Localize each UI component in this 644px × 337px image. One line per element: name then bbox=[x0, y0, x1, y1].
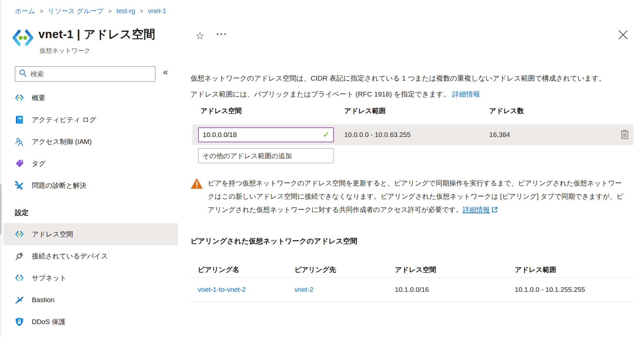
sidebar-item-label: DDoS 保護 bbox=[32, 317, 65, 326]
description-line1: 仮想ネットワークのアドレス空間は、CIDR 表記に指定されている 1 つまたは複… bbox=[190, 74, 606, 82]
sidebar-item-subnets[interactable]: サブネット bbox=[3, 267, 178, 289]
breadcrumb: ホーム>リソース グループ>test-rg>vnet-1 bbox=[15, 7, 166, 16]
virtual-network-icon bbox=[12, 29, 34, 48]
address-space-description: 仮想ネットワークのアドレス空間は、CIDR 表記に指定されている 1 つまたは複… bbox=[190, 70, 627, 102]
sidebar-item-ddos[interactable]: DDoS 保護 bbox=[3, 311, 178, 333]
peered-section-title: ピアリングされた仮想ネットワークのアドレス空間 bbox=[190, 236, 357, 246]
description-line2: アドレス範囲には、パブリックまたはプライベート (RFC 1918) を指定でき… bbox=[190, 90, 450, 98]
column-header-address-range: アドレス範囲 bbox=[344, 106, 489, 115]
sidebar-item-label: 接続されているデバイス bbox=[32, 251, 108, 261]
peered-address-range-value: 10.1.0.0 - 10.1.255.255 bbox=[515, 286, 633, 294]
address-count-value: 16,384 bbox=[489, 131, 594, 139]
sidebar-menu: 概要 アクティビティ ログ アクセス制御 (IAM) タグ 問題の診断と解決 設… bbox=[3, 87, 178, 333]
address-range-value: 10.0.0.0 - 10.0.63.255 bbox=[344, 131, 489, 139]
warning-text: ピアを持つ仮想ネットワークのアドレス空間を更新すると、ピアリングで同期操作を実行… bbox=[208, 176, 625, 216]
warning-message: ピアを持つ仮想ネットワークのアドレス空間を更新すると、ピアリングで同期操作を実行… bbox=[208, 179, 623, 213]
address-table-header: アドレス空間 アドレス範囲 アドレス数 bbox=[192, 106, 633, 115]
peered-table-header: ピアリング名 ピアリング先 アドレス空間 アドレス範囲 bbox=[190, 262, 633, 277]
search-input[interactable] bbox=[30, 70, 152, 78]
bastion-icon bbox=[15, 296, 24, 304]
tag-icon bbox=[15, 159, 24, 168]
breadcrumb-resource-groups[interactable]: リソース グループ bbox=[48, 7, 103, 15]
diagnose-tools-icon bbox=[15, 181, 24, 190]
vnet-icon bbox=[15, 230, 24, 239]
vnet-icon bbox=[15, 94, 24, 102]
column-header-peer: ピアリング先 bbox=[295, 265, 395, 274]
sidebar-item-label: 概要 bbox=[32, 93, 45, 102]
learn-more-link[interactable]: 詳細情報 bbox=[452, 90, 480, 98]
column-header-address-space: アドレス空間 bbox=[192, 106, 344, 115]
sidebar-item-label: サブネット bbox=[32, 273, 67, 283]
breadcrumb-home[interactable]: ホーム bbox=[15, 7, 35, 15]
sidebar-item-label: アクティビティ ログ bbox=[32, 115, 96, 124]
subnet-icon bbox=[15, 274, 24, 283]
sidebar-item-connected-devices[interactable]: 接続されているデバイス bbox=[3, 245, 178, 267]
peering-name-link[interactable]: vnet-1-to-vnet-2 bbox=[198, 286, 295, 294]
column-header-address-space: アドレス空間 bbox=[395, 265, 515, 274]
activity-log-icon bbox=[15, 115, 24, 124]
ddos-shield-icon bbox=[15, 317, 24, 326]
sidebar-item-label: Bastion bbox=[32, 296, 54, 304]
left-scrollbar-track[interactable] bbox=[0, 0, 2, 337]
peered-table: ピアリング名 ピアリング先 アドレス空間 アドレス範囲 vnet-1-to-vn… bbox=[190, 262, 633, 302]
page-title: vnet-1 | アドレス空間 bbox=[38, 27, 155, 42]
delete-address-space-button[interactable] bbox=[620, 129, 629, 141]
favorite-star-icon[interactable]: ☆ bbox=[195, 30, 204, 41]
sidebar-item-label: 問題の診断と解決 bbox=[32, 181, 86, 190]
sidebar-item-address-space[interactable]: アドレス空間 bbox=[3, 223, 178, 245]
sidebar-item-label: アドレス空間 bbox=[32, 230, 73, 239]
sidebar-item-tags[interactable]: タグ bbox=[3, 153, 178, 174]
access-control-icon bbox=[15, 137, 24, 146]
breadcrumb-separator: > bbox=[40, 8, 43, 15]
warning-learn-more-link[interactable]: 詳細情報 bbox=[463, 206, 490, 213]
sidebar-item-label: タグ bbox=[32, 159, 46, 168]
sidebar-item-overview[interactable]: 概要 bbox=[3, 87, 178, 109]
column-header-address-range: アドレス範囲 bbox=[515, 265, 633, 274]
peering-warning: ピアを持つ仮想ネットワークのアドレス空間を更新すると、ピアリングで同期操作を実行… bbox=[190, 176, 625, 216]
column-header-address-count: アドレス数 bbox=[489, 106, 633, 115]
sidebar-item-access-control[interactable]: アクセス制御 (IAM) bbox=[3, 131, 178, 153]
sidebar-search[interactable] bbox=[15, 66, 155, 82]
collapse-sidebar-icon[interactable]: « bbox=[163, 67, 168, 77]
column-header-peering-name: ピアリング名 bbox=[198, 265, 295, 274]
search-icon bbox=[19, 69, 27, 79]
address-table-row: ✓ 10.0.0.0 - 10.0.63.255 16,384 bbox=[192, 124, 633, 145]
peered-address-space-value: 10.1.0.0/16 bbox=[395, 286, 515, 294]
sidebar-item-bastion[interactable]: Bastion bbox=[3, 289, 178, 311]
sidebar-item-activity-log[interactable]: アクティビティ ログ bbox=[3, 109, 178, 131]
more-options-icon[interactable]: … bbox=[215, 24, 228, 38]
address-space-input[interactable] bbox=[203, 131, 320, 139]
left-scrollbar-thumb[interactable] bbox=[0, 184, 2, 234]
trash-icon bbox=[620, 129, 629, 141]
sidebar-section-settings: 設定 bbox=[3, 202, 178, 223]
connected-devices-icon bbox=[15, 252, 24, 261]
valid-check-icon: ✓ bbox=[323, 130, 329, 139]
breadcrumb-test-rg[interactable]: test-rg bbox=[116, 7, 135, 15]
peered-table-row: vnet-1-to-vnet-2 vnet-2 10.1.0.0/16 10.1… bbox=[190, 277, 633, 302]
add-address-range-input[interactable] bbox=[198, 148, 334, 163]
sidebar-item-diagnose[interactable]: 問題の診断と解決 bbox=[3, 174, 178, 196]
close-icon[interactable] bbox=[616, 28, 630, 43]
breadcrumb-separator: > bbox=[108, 8, 112, 15]
peer-vnet-link[interactable]: vnet-2 bbox=[295, 286, 395, 294]
sidebar-item-label: アクセス制御 (IAM) bbox=[32, 137, 92, 146]
resource-type-subtitle: 仮想ネットワーク bbox=[39, 46, 90, 55]
external-link-icon bbox=[492, 206, 498, 213]
warning-icon bbox=[190, 178, 203, 216]
breadcrumb-vnet-1[interactable]: vnet-1 bbox=[148, 7, 167, 15]
breadcrumb-separator: > bbox=[140, 8, 143, 15]
address-space-field[interactable]: ✓ bbox=[198, 127, 334, 142]
